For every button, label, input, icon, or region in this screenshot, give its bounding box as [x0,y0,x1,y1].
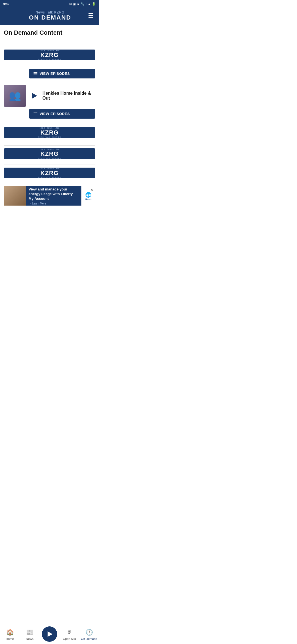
app-header: News Talk KZRG ON DEMAND ☰ [0,8,99,25]
kzrg-logo: 102.9 · 105.9 · 1310 KZRG NEWS · TALK · … [4,168,95,178]
kzrg-freq: 102.9 · 105.9 · 1310 [40,148,59,150]
kzrg-logo: 102.9 · 105.9 · 1310 KZRG NEWS · TALK · … [4,127,95,138]
item-thumbnail-classic-hits: 102.9 · 105.9 · 1310 KZRG NEWS · TALK · … [4,127,95,138]
kzrg-logo: 102.9 · 105.9 · 1310 KZRG NEWS · TALK · … [4,50,95,60]
status-time: 9:42 [3,2,9,6]
item-thumbnail-morning-news: 102.9 · 105.9 · 1310 KZRG NEWS · TALK · … [4,50,95,60]
kzrg-sub: NEWS · TALK · WEATHER [38,59,61,60]
ad-image [4,186,26,206]
list-line-3 [34,115,37,115]
item-thumbnail-kix: 102.9 · 105.9 · 1310 KZRG NEWS · TALK · … [4,168,95,178]
kzrg-name: KZRG [40,52,59,58]
tools-icon: 🔧 [81,2,84,6]
view-episodes-button-henkles[interactable]: VIEW EPISODES [29,109,95,119]
ad-logo-name: Liberty [85,198,92,200]
item-row: 👥 Henkles Home Inside & Out [4,85,95,107]
header-subtitle: News Talk KZRG [13,10,87,14]
sim-icon: ▣ [73,2,76,6]
section-title: On Demand Content [4,29,95,36]
ad-title: View and manage your energy usage with L… [29,187,73,201]
status-bar: 9:42 ✉ ▣ ★ 🔧 • ▲ 🔋 [0,0,99,8]
play-button-kissin[interactable] [98,149,99,159]
item-row: 102.9 · 105.9 · 1310 KZRG NEWS · TALK · … [4,43,95,67]
kzrg-freq: 102.9 · 105.9 · 1310 [40,50,59,51]
kzrg-name: KZRG [40,151,59,157]
mail-icon: ✉ [69,2,72,6]
content-item-morning-news: 102.9 · 105.9 · 1310 KZRG NEWS · TALK · … [4,40,95,82]
kzrg-name: KZRG [40,130,59,136]
play-button-classic-hits[interactable] [98,127,99,137]
header-title: ON DEMAND [13,14,87,21]
kzrg-name: KZRG [40,170,59,176]
people-icon: 👥 [9,90,21,102]
list-line-1 [34,72,37,73]
list-icon [34,72,37,75]
view-episodes-label-henkles: VIEW EPISODES [40,112,70,116]
content-item-kix: 102.9 · 105.9 · 1310 KZRG NEWS · TALK · … [4,165,95,184]
item-row: 102.9 · 105.9 · 1310 KZRG NEWS · TALK · … [4,168,95,178]
content-item-kissin: 102.9 · 105.9 · 1310 KZRG NEWS · TALK · … [4,146,95,165]
kzrg-sub: NEWS · TALK · WEATHER [38,136,61,138]
battery-icon: 🔋 [92,2,96,6]
kzrg-sub: NEWS · TALK · WEATHER [38,157,61,159]
play-triangle-icon [32,93,37,99]
list-line-3 [34,75,37,75]
item-title-henkles: Henkles Home Inside & Out [42,91,95,101]
play-button-henkles[interactable] [29,91,39,101]
notification-dot-icon: • [86,2,87,6]
view-episodes-button-morning-news[interactable]: VIEW EPISODES [29,69,95,78]
list-line-2 [34,114,37,114]
list-line-2 [34,73,37,74]
kzrg-freq: 102.9 · 105.9 · 1310 [40,127,59,129]
content-item-classic-hits: 102.9 · 105.9 · 1310 KZRG NEWS · TALK · … [4,122,95,146]
item-thumbnail-kissin: 102.9 · 105.9 · 1310 KZRG NEWS · TALK · … [4,148,95,159]
ad-text-area: View and manage your energy usage with L… [26,186,81,206]
content-item-henkles: 👥 Henkles Home Inside & Out VIEW EPISODE… [4,82,95,122]
status-icons: ✉ ▣ ★ 🔧 • ▲ 🔋 [69,2,96,6]
play-button-kix[interactable] [98,168,99,178]
menu-button[interactable]: ☰ [87,11,95,20]
item-info-henkles: Henkles Home Inside & Out [42,91,95,101]
wifi-icon: ▲ [88,2,91,6]
ad-learn-more[interactable]: → Learn More [29,202,73,205]
page-content: On Demand Content 102.9 · 105.9 · 1310 K… [0,25,99,228]
list-icon [34,113,37,115]
kzrg-freq: 102.9 · 105.9 · 1310 [40,168,59,170]
kzrg-logo: 102.9 · 105.9 · 1310 KZRG NEWS · TALK · … [4,148,95,159]
item-row: 102.9 · 105.9 · 1310 KZRG NEWS · TALK · … [4,148,95,159]
view-episodes-label-morning-news: VIEW EPISODES [40,72,70,76]
kzrg-sub: NEWS · TALK · WEATHER [38,177,61,178]
play-button-morning-news[interactable] [98,50,99,60]
henkles-thumb-inner: 👥 [4,85,26,107]
ad-logo-text: 🌐 [85,192,91,198]
star-fm-icon: ★ [77,2,79,6]
item-row: 102.9 · 105.9 · 1310 KZRG NEWS · TALK · … [4,125,95,140]
list-line-1 [34,113,37,113]
item-thumbnail-henkles: 👥 [4,85,26,107]
header-titles: News Talk KZRG ON DEMAND [13,10,87,21]
ad-banner[interactable]: View and manage your energy usage with L… [4,186,95,206]
